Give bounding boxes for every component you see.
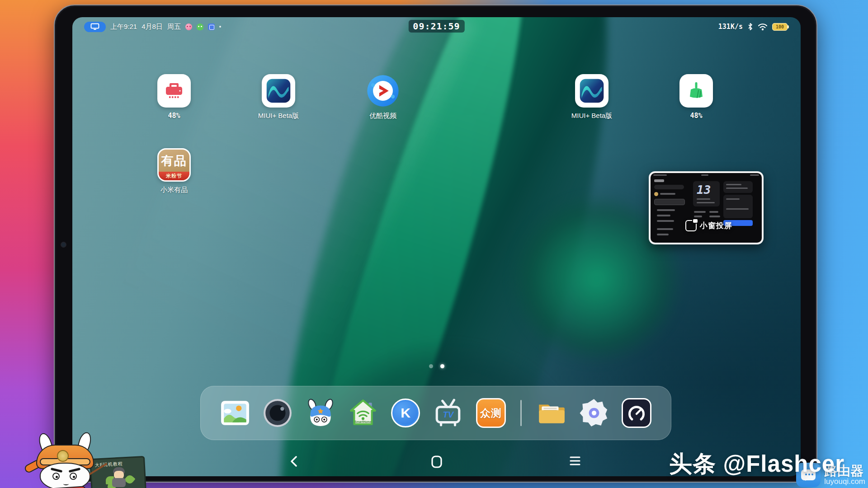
app-miui-plus[interactable]: MIUI+ Beta版: [249, 74, 308, 120]
kid-character: [106, 467, 133, 488]
miui-plus-app-icon: [575, 74, 609, 108]
nav-recents-button[interactable]: [569, 455, 581, 468]
k-app-icon: K: [391, 399, 420, 427]
app-miui-plus-2[interactable]: MIUI+ Beta版: [562, 74, 621, 120]
mini-statusbar: [750, 174, 759, 176]
cleaner-app-icon: [679, 74, 713, 108]
app-label: 小米有品: [160, 186, 188, 194]
screencast-caption-text: 小窗投屏: [700, 221, 732, 231]
tablet-screen: 上午9:21 4月8日 周五 131K/s: [72, 17, 801, 476]
screen-projection-pill[interactable]: [84, 22, 106, 32]
settings-gear-icon: [579, 398, 609, 428]
battery-icon: 100: [772, 23, 789, 31]
mini-row: [657, 234, 669, 235]
mini-row: [660, 193, 675, 195]
wallpaper-highlight: [119, 17, 477, 380]
notification-icon-pink: [185, 23, 192, 30]
mini-row: [657, 209, 675, 211]
mini-avatar: [654, 192, 658, 196]
network-speed: 131K/s: [718, 23, 743, 31]
bluetooth-icon: [747, 23, 753, 31]
app-label: MIUI+ Beta版: [258, 112, 299, 120]
dock-gallery[interactable]: [220, 398, 250, 428]
dock-smarthome[interactable]: SmartHome: [348, 398, 378, 428]
app-youku[interactable]: 优酷视频: [354, 74, 412, 120]
tablet-device-frame: 上午9:21 4月8日 周五 131K/s: [54, 5, 817, 483]
camera-icon: [263, 398, 292, 428]
status-bar-left: 上午9:21 4月8日 周五: [84, 22, 221, 32]
zhongce-glyph: 众测: [480, 406, 502, 420]
dock-tv[interactable]: TV: [433, 398, 463, 428]
smarthome-label: SmartHome: [354, 420, 372, 423]
mi-bunny-icon: [306, 398, 335, 428]
miui-plus-logo-icon: [578, 77, 605, 104]
status-bar-right: 131K/s 100: [718, 23, 789, 31]
miui-plus-logo-icon: [265, 77, 292, 104]
app-label: 优酷视频: [369, 112, 396, 120]
app-label: MIUI+ Beta版: [571, 112, 612, 120]
mini-row: [657, 220, 674, 222]
youku-app-icon: [366, 74, 400, 108]
status-date: 4月8日: [142, 23, 163, 31]
nav-home-button[interactable]: [431, 455, 443, 470]
broom-icon: [687, 81, 705, 100]
app-downloading-cleaner[interactable]: 48%: [667, 74, 726, 120]
dock-camera[interactable]: [263, 398, 292, 428]
notification-icon-window: [208, 23, 215, 30]
smarthome-icon: SmartHome: [348, 398, 378, 428]
tv-icon: TV: [433, 398, 463, 428]
speedtest-app-icon: [622, 398, 651, 428]
mini-version-card: 13: [693, 181, 720, 206]
k-glyph: K: [401, 405, 410, 421]
page-indicator: [72, 364, 801, 368]
mini-card: [723, 195, 753, 218]
small-window-screencast-preview[interactable]: 13 小窗: [649, 171, 764, 244]
monitor-icon: [90, 23, 99, 30]
notification-icon-android: [197, 23, 203, 30]
screen-recorder-timer[interactable]: 09:21:59: [408, 20, 464, 33]
app-downloading-printer[interactable]: 48%: [145, 74, 203, 120]
gallery-icon: [220, 398, 250, 428]
zhongce-app-icon: 众测: [476, 398, 506, 428]
small-window-icon: [685, 220, 697, 231]
screencast-caption: 小窗投屏: [685, 220, 732, 231]
mini-statusbar: [701, 174, 708, 176]
mini-card: [723, 181, 753, 193]
mini-settings-title: [654, 179, 664, 182]
front-camera: [61, 243, 66, 247]
wallpaper-ribbon: [243, 281, 645, 476]
dock-zhongce[interactable]: 众测: [476, 398, 506, 428]
youpin-app-icon: 有品 米粉节: [157, 148, 191, 182]
watermark-headline: 头条 @Flashcer: [669, 449, 844, 480]
dock-settings[interactable]: [579, 398, 609, 428]
wifi-icon: [758, 23, 768, 31]
mini-active-row: [654, 199, 685, 205]
mini-search-bar: [654, 185, 684, 189]
youpin-glyph: 有品: [159, 150, 189, 172]
printer-app-icon: [157, 74, 191, 108]
nav-back-button[interactable]: [289, 455, 299, 469]
dock-k-app[interactable]: K: [391, 398, 420, 428]
miui-version-number: 13: [697, 183, 711, 197]
notification-dot: [219, 26, 221, 28]
dock-file-manager[interactable]: [536, 398, 566, 428]
youku-play-icon: [366, 74, 400, 108]
mini-row: [657, 215, 670, 216]
mini-statusbar: [653, 174, 667, 176]
dock-divider: [520, 400, 522, 426]
page-dot: [429, 364, 433, 368]
battery-nub: [788, 25, 789, 28]
app-xiaomi-youpin[interactable]: 有品 米粉节 小米有品: [145, 148, 203, 194]
dock-speedtest[interactable]: [622, 398, 651, 428]
dock-mi-bunny[interactable]: [306, 398, 335, 428]
dock: SmartHome K TV: [200, 386, 671, 440]
status-weekday: 周五: [167, 23, 181, 31]
youpin-ribbon-badge: 米粉节: [159, 172, 189, 180]
battery-level: 100: [772, 23, 788, 31]
app-label: 48%: [690, 112, 702, 120]
folder-icon: [536, 398, 566, 428]
page-dot-active: [440, 364, 444, 368]
app-label: 48%: [168, 112, 180, 120]
mi-bunny-mascot: [30, 435, 102, 488]
miui-plus-app-icon: [262, 74, 295, 108]
